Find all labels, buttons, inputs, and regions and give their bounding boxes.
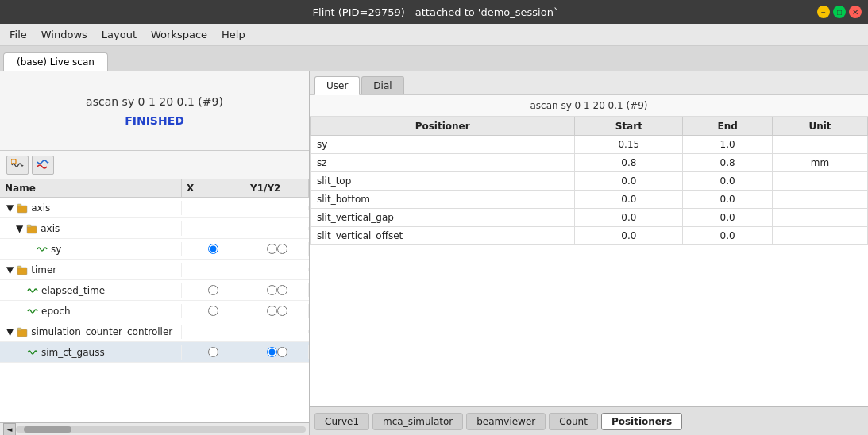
col-end: End — [683, 117, 773, 136]
scroll-thumb[interactable] — [24, 426, 71, 433]
minimize-button[interactable]: − — [817, 6, 830, 18]
expand-icon[interactable]: ▼ — [6, 326, 14, 337]
tree-row: ▼ axis — [0, 218, 309, 239]
tree-area: ▼ axis ▼ axis — [0, 198, 309, 422]
cell-end: 0.0 — [683, 227, 773, 245]
table-body: sy0.151.0sz0.80.8mmslit_top0.00.0slit_bo… — [311, 136, 868, 245]
cell-start: 0.0 — [575, 191, 683, 209]
scan-info: ascan sy 0 1 20 0.1 (#9) FINISHED — [0, 71, 309, 151]
wave-leaf-icon — [27, 306, 38, 317]
folder-icon — [17, 202, 28, 214]
bottom-tab-beamviewer[interactable]: beamviewer — [466, 413, 546, 430]
tree-row: sim_ct_gauss — [0, 342, 309, 363]
bottom-tab-count[interactable]: Count — [549, 413, 598, 430]
tab-dial[interactable]: Dial — [361, 76, 403, 94]
bottom-tab-mca[interactable]: mca_simulator — [372, 413, 463, 430]
left-panel: ascan sy 0 1 20 0.1 (#9) FINISHED Name X — [0, 71, 310, 435]
lines-tool-button[interactable] — [32, 156, 54, 175]
window-title: Flint (PID=29759) - attached to 'demo_se… — [54, 6, 817, 18]
cell-end: 0.0 — [683, 172, 773, 191]
x-radio-sim[interactable] — [208, 347, 218, 357]
bottom-tabs: Curve1 mca_simulator beamviewer Count Po… — [310, 406, 868, 435]
x-radio-epoch[interactable] — [208, 306, 218, 316]
positioners-content: ascan sy 0 1 20 0.1 (#9) Positioner Star… — [310, 95, 868, 406]
positioners-subtitle: ascan sy 0 1 20 0.1 (#9) — [310, 95, 868, 117]
y2-radio-epoch[interactable] — [277, 306, 287, 316]
titlebar: Flint (PID=29759) - attached to 'demo_se… — [0, 0, 868, 24]
folder-icon — [17, 326, 28, 337]
tree-node-label: simulation_counter_controller — [31, 326, 172, 337]
lines-icon — [37, 159, 49, 171]
right-tabs: User Dial — [310, 71, 868, 95]
svg-rect-5 — [17, 268, 27, 275]
y2-radio-sy[interactable] — [277, 244, 287, 254]
y1-radio-sy[interactable] — [267, 244, 277, 254]
cell-unit — [772, 172, 867, 191]
tabbar: (base) Live scan — [0, 46, 868, 71]
tree-row: epoch — [0, 301, 309, 321]
expand-icon[interactable]: ▼ — [6, 264, 14, 275]
toolbar — [0, 151, 309, 179]
bottom-tab-curve1[interactable]: Curve1 — [314, 413, 369, 430]
folder-icon — [17, 264, 28, 275]
tree-row: ▼ axis — [0, 198, 309, 218]
window-controls: − □ ✕ — [817, 6, 862, 18]
cell-start: 0.0 — [575, 209, 683, 227]
tree-row: elapsed_time — [0, 280, 309, 301]
tree-col-y: Y1/Y2 — [245, 179, 309, 197]
x-radio-sy[interactable] — [208, 244, 218, 254]
col-unit: Unit — [772, 117, 867, 136]
scroll-left-arrow[interactable]: ◄ — [3, 423, 16, 436]
y2-radio-sim[interactable] — [277, 347, 287, 357]
menu-workspace[interactable]: Workspace — [145, 27, 214, 42]
tree-row: ▼ timer — [0, 260, 309, 280]
svg-rect-3 — [27, 226, 37, 233]
y1-radio-sim[interactable] — [267, 347, 277, 357]
cell-positioner: slit_top — [311, 172, 575, 191]
close-button[interactable]: ✕ — [849, 6, 862, 18]
tree-node-label: axis — [41, 223, 60, 234]
y2-radio-elapsed[interactable] — [277, 285, 287, 295]
menubar: File Windows Layout Workspace Help — [0, 24, 868, 46]
cell-start: 0.0 — [575, 172, 683, 191]
cell-unit — [772, 209, 867, 227]
cell-end: 0.8 — [683, 154, 773, 172]
tree-node-label: axis — [31, 202, 50, 214]
menu-layout[interactable]: Layout — [95, 27, 143, 42]
y1-radio-epoch[interactable] — [267, 306, 277, 316]
cell-positioner: sy — [311, 136, 575, 154]
tree-row: ▼ simulation_counter_controller — [0, 321, 309, 342]
x-radio-elapsed[interactable] — [208, 285, 218, 295]
wave-leaf-icon — [27, 347, 38, 358]
wave-icon — [11, 159, 24, 171]
wave-tool-button[interactable] — [6, 156, 29, 175]
table-row: slit_bottom0.00.0 — [311, 191, 868, 209]
scroll-track[interactable] — [16, 426, 306, 433]
tree-header: Name X Y1/Y2 — [0, 179, 309, 198]
bottom-tab-positioners[interactable]: Positioners — [601, 413, 682, 430]
cell-end: 1.0 — [683, 136, 773, 154]
cell-end: 0.0 — [683, 209, 773, 227]
expand-icon[interactable]: ▼ — [16, 223, 23, 234]
menu-file[interactable]: File — [3, 27, 33, 42]
table-row: sy0.151.0 — [311, 136, 868, 154]
table-row: slit_vertical_offset0.00.0 — [311, 227, 868, 245]
cell-positioner: slit_vertical_offset — [311, 227, 575, 245]
menu-windows[interactable]: Windows — [35, 27, 94, 42]
table-row: slit_vertical_gap0.00.0 — [311, 209, 868, 227]
tree-node-label: timer — [31, 264, 56, 275]
main-tab[interactable]: (base) Live scan — [3, 52, 108, 71]
tab-user[interactable]: User — [314, 76, 360, 95]
svg-rect-0 — [11, 159, 16, 164]
col-positioner: Positioner — [311, 117, 575, 136]
tree-col-x: X — [182, 179, 245, 197]
table-row: sz0.80.8mm — [311, 154, 868, 172]
bottom-scrollbar[interactable]: ◄ — [0, 422, 309, 435]
cell-start: 0.0 — [575, 227, 683, 245]
tree-col-name: Name — [0, 179, 182, 197]
menu-help[interactable]: Help — [215, 27, 252, 42]
maximize-button[interactable]: □ — [833, 6, 846, 18]
y1-radio-elapsed[interactable] — [267, 285, 277, 295]
expand-icon[interactable]: ▼ — [6, 202, 14, 214]
table-row: slit_top0.00.0 — [311, 172, 868, 191]
